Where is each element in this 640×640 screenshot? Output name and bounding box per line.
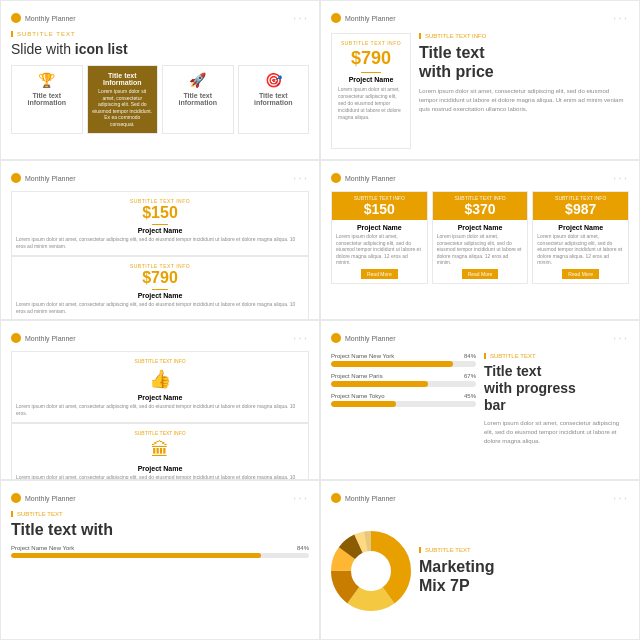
panel1-header: Monthly Planner ···: [11, 11, 309, 25]
progress-item-0: Project Name New York 84%: [331, 353, 476, 367]
brand-2: Monthly Planner: [331, 13, 396, 23]
panel1-title-plain: Slide with: [11, 41, 75, 57]
icon-card-3-title: Title text information: [243, 92, 305, 106]
panel6-title: Title textwith progressbar: [484, 363, 629, 413]
rocket-icon: 🚀: [167, 72, 229, 88]
pch0-name: Project Name: [336, 224, 423, 231]
progress-label-1: Project Name Paris 67%: [331, 373, 476, 379]
brand-label-6: Monthly Planner: [345, 335, 396, 342]
progress-name-1: Project Name Paris: [331, 373, 383, 379]
panel-progress-bar: Monthly Planner ··· Project Name New Yor…: [320, 320, 640, 480]
progress-bar-fill-2: [331, 401, 396, 407]
icon-card-0-title: Title text information: [16, 92, 78, 106]
pch1-desc: Lorem ipsum dolor sit amet, consectetur …: [437, 233, 524, 266]
icon-card-0: 🏆 Title text information: [11, 65, 83, 134]
brand-dot-4: [331, 173, 341, 183]
panel1-title: Slide with icon list: [11, 41, 309, 57]
icon-card-3: 🎯 Title text information: [238, 65, 310, 134]
panel5-header: Monthly Planner ···: [11, 331, 309, 345]
price-card-v-1: subtitle text info $790 Project Name Lor…: [11, 256, 309, 320]
pcv1-desc: Lorem ipsum dolor sit amet, consectetur …: [16, 301, 304, 314]
dots-6: ···: [613, 331, 629, 345]
thumbs-up-icon: 👍: [16, 368, 304, 390]
icon-card-2: 🚀 Title text information: [162, 65, 234, 134]
donut-svg: [331, 531, 411, 611]
pcv0-desc: Lorem ipsum dolor sit amet, consectetur …: [16, 236, 304, 249]
panel4-cards: subtitle text info $150 Project Name Lor…: [331, 191, 629, 284]
progress-item-2: Project Name Tokyo 45%: [331, 393, 476, 407]
dots-4: ···: [613, 171, 629, 185]
donut-chart: [331, 531, 411, 611]
panel3-cards: subtitle text info $150 Project Name Lor…: [11, 191, 309, 320]
trophy-icon: 🏆: [16, 72, 78, 88]
panel7-progress-value: 84%: [297, 545, 309, 551]
brand-3: Monthly Planner: [11, 173, 76, 183]
building-icon: 🏛: [16, 440, 304, 461]
ifc0-name: Project Name: [16, 394, 304, 401]
panel2-content: subtitle text info $790 Project Name Lor…: [331, 33, 629, 149]
panel2-header: Monthly Planner ···: [331, 11, 629, 25]
panel2-title: Title textwith price: [419, 43, 629, 81]
icon-card-1: Title text Information Lorem ipsum dolor…: [87, 65, 159, 134]
brand-dot-5: [11, 333, 21, 343]
panel6-header: Monthly Planner ···: [331, 331, 629, 345]
pch0-header: subtitle text info $150: [332, 192, 427, 220]
price-card-name: Project Name: [338, 76, 404, 83]
ifc1-name: Project Name: [16, 465, 304, 472]
icon-card-1-desc: Lorem ipsum dolor sit amet, consectetur …: [92, 88, 154, 127]
panel-marketing-mix: Monthly Planner ···: [320, 480, 640, 640]
progress-label-0: Project Name New York 84%: [331, 353, 476, 359]
icon-list: 🏆 Title text information Title text Info…: [11, 65, 309, 134]
price-card-desc: Lorem ipsum dolor sit amet, consectetur …: [338, 86, 404, 121]
brand-dot-3: [11, 173, 21, 183]
progress-bar-fill-1: [331, 381, 428, 387]
pcv1-val: $790: [16, 269, 304, 287]
price-card-h-2: subtitle text info $987 Project Name Lor…: [532, 191, 629, 284]
ifc0-sub: subtitle text info: [16, 358, 304, 364]
pch0-btn[interactable]: Read More: [361, 269, 398, 279]
pch2-btn[interactable]: Read More: [562, 269, 599, 279]
pch2-header: subtitle text info $987: [533, 192, 628, 220]
dots-7: ···: [293, 491, 309, 505]
brand-dot-7: [11, 493, 21, 503]
dots-1: ···: [293, 11, 309, 25]
pch0-desc: Lorem ipsum dolor sit amet, consectetur …: [336, 233, 423, 266]
pcv1-name: Project Name: [16, 292, 304, 299]
panel5-cards: subtitle text info 👍 Project Name Lorem …: [11, 351, 309, 480]
panel6-content: Project Name New York 84% Project Name P…: [331, 353, 629, 469]
panel7-progress-item: Project Name New York 84%: [11, 545, 309, 558]
donut-hole: [353, 553, 389, 589]
panel4-header: Monthly Planner ···: [331, 171, 629, 185]
progress-bar-bg-2: [331, 401, 476, 407]
panel-slide-icon-list: Monthly Planner ··· subtitle text Slide …: [0, 0, 320, 160]
price-card-h-1: subtitle text info $370 Project Name Lor…: [432, 191, 529, 284]
panel-highlighted-prices: Monthly Planner ··· subtitle text info $…: [320, 160, 640, 320]
panel1-title-bold: icon list: [75, 41, 128, 57]
progress-name-0: Project Name New York: [331, 353, 394, 359]
panel7-progress-label: Project Name New York 84%: [11, 545, 309, 551]
brand-label-3: Monthly Planner: [25, 175, 76, 182]
brand-label-8: Monthly Planner: [345, 495, 396, 502]
pch1-btn[interactable]: Read More: [462, 269, 499, 279]
pch1-header: subtitle text info $370: [433, 192, 528, 220]
progress-value-2: 45%: [464, 393, 476, 399]
brand-4: Monthly Planner: [331, 173, 396, 183]
panel2-text: subtitle text info Title textwith price …: [419, 33, 629, 149]
dots-3: ···: [293, 171, 309, 185]
pch1-val: $370: [436, 201, 525, 217]
panel-three-prices: Monthly Planner ··· subtitle text info $…: [0, 160, 320, 320]
icon-card-2-title: Title text information: [167, 92, 229, 106]
panel6-subtitle: subtitle text: [484, 353, 629, 359]
progress-section: Project Name New York 84% Project Name P…: [331, 353, 476, 469]
panel2-body: Lorem ipsum dolor sit amet, consectetur …: [419, 87, 629, 114]
brand-6: Monthly Planner: [331, 333, 396, 343]
brand-label-4: Monthly Planner: [345, 175, 396, 182]
progress-label-2: Project Name Tokyo 45%: [331, 393, 476, 399]
icon-card-1-title: Title text Information: [92, 72, 154, 86]
progress-value-1: 67%: [464, 373, 476, 379]
ifc1-sub: subtitle text info: [16, 430, 304, 436]
price-card-value: $790: [338, 48, 404, 69]
price-card-subtitle: subtitle text info: [338, 40, 404, 46]
dots-8: ···: [613, 491, 629, 505]
price-divider: [361, 72, 381, 73]
